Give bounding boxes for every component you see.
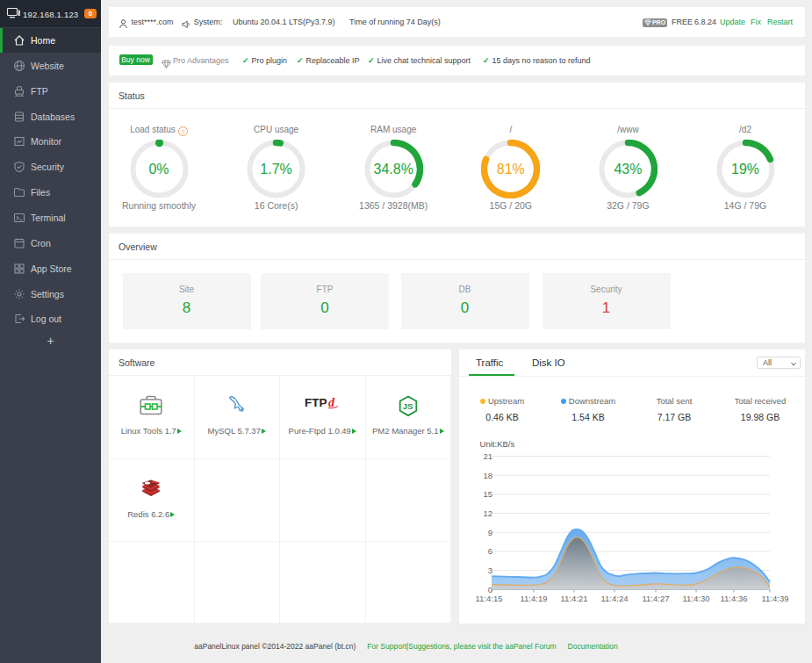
- svg-text:3: 3: [488, 566, 492, 575]
- svg-text:FTP: FTP: [305, 396, 327, 409]
- svg-text:11:4:19: 11:4:19: [521, 594, 548, 603]
- svg-text:11:4:30: 11:4:30: [683, 594, 710, 603]
- svg-text:Unit:KB/s: Unit:KB/s: [480, 439, 515, 449]
- svg-text:11:4:39: 11:4:39: [762, 594, 789, 603]
- svg-text:11:4:27: 11:4:27: [643, 594, 670, 603]
- svg-text:15: 15: [483, 489, 492, 499]
- svg-text:d: d: [328, 396, 335, 409]
- svg-text:11:4:21: 11:4:21: [561, 594, 588, 603]
- svg-text:11:4:24: 11:4:24: [601, 594, 629, 603]
- svg-text:18: 18: [483, 471, 492, 480]
- svg-text:JS: JS: [402, 401, 413, 411]
- svg-text:11:4:15: 11:4:15: [476, 594, 503, 603]
- svg-text:12: 12: [483, 508, 492, 518]
- svg-text:21: 21: [483, 451, 492, 461]
- svg-text:6: 6: [488, 546, 492, 556]
- svg-text:9: 9: [488, 528, 492, 537]
- svg-text:11:4:36: 11:4:36: [721, 594, 748, 603]
